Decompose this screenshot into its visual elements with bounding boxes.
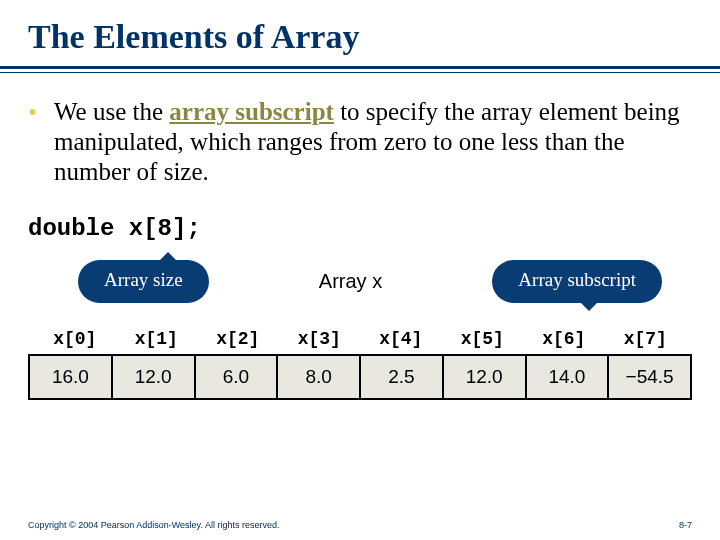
- copyright-text: Copyright © 2004 Pearson Addison-Wesley.…: [28, 520, 279, 530]
- value-cell: 8.0: [278, 356, 361, 398]
- array-diagram: x[0] x[1] x[2] x[3] x[4] x[5] x[6] x[7] …: [28, 329, 692, 400]
- index-row: x[0] x[1] x[2] x[3] x[4] x[5] x[6] x[7]: [28, 329, 692, 349]
- value-cell: 12.0: [444, 356, 527, 398]
- value-cell: 16.0: [30, 356, 113, 398]
- slide: The Elements of Array • We use the array…: [0, 0, 720, 540]
- value-cell: 12.0: [113, 356, 196, 398]
- index-cell: x[4]: [360, 329, 442, 349]
- value-cell: 6.0: [196, 356, 279, 398]
- bullet-marker: •: [28, 97, 54, 187]
- bullet-item: • We use the array subscript to specify …: [28, 97, 692, 187]
- value-row: 16.0 12.0 6.0 8.0 2.5 12.0 14.0 −54.5: [28, 354, 692, 400]
- page-number: 8-7: [679, 520, 692, 530]
- bullet-pre: We use the: [54, 98, 169, 125]
- index-cell: x[7]: [605, 329, 687, 349]
- index-cell: x[3]: [279, 329, 361, 349]
- slide-title: The Elements of Array: [28, 18, 692, 56]
- value-cell: 2.5: [361, 356, 444, 398]
- keyword-highlight: array subscript: [169, 98, 334, 125]
- array-caption: Array x: [319, 270, 382, 293]
- footer: Copyright © 2004 Pearson Addison-Wesley.…: [28, 520, 692, 530]
- callout-array-subscript: Array subscript: [492, 260, 662, 303]
- bullet-text: We use the array subscript to specify th…: [54, 97, 692, 187]
- index-cell: x[5]: [442, 329, 524, 349]
- title-rule: [0, 66, 720, 69]
- callout-row: Array size Array x Array subscript: [28, 260, 692, 303]
- value-cell: 14.0: [527, 356, 610, 398]
- index-cell: x[1]: [116, 329, 198, 349]
- index-cell: x[6]: [523, 329, 605, 349]
- callout-array-size: Array size: [78, 260, 209, 303]
- code-declaration: double x[8];: [28, 215, 692, 242]
- index-cell: x[0]: [34, 329, 116, 349]
- value-cell: −54.5: [609, 356, 690, 398]
- index-cell: x[2]: [197, 329, 279, 349]
